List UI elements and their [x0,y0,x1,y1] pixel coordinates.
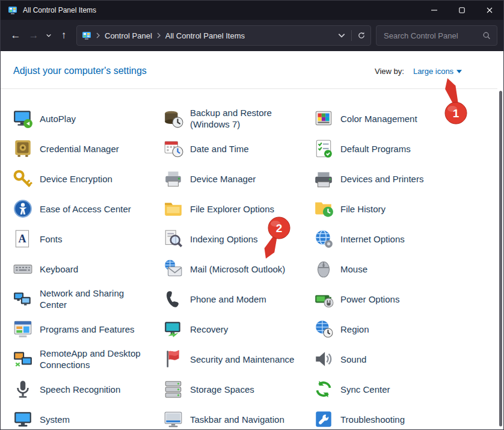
control-panel-item-mouse[interactable]: Mouse [313,254,464,284]
chevron-down-icon [337,31,346,40]
mouse-icon [313,259,334,279]
control-panel-item-troubleshoot[interactable]: Troubleshooting [313,404,464,430]
minimize-icon [431,7,437,13]
control-panel-item-phone[interactable]: Phone and Modem [163,284,313,314]
control-panel-item-system[interactable]: System [13,404,163,430]
control-panel-item-fonts[interactable]: A Fonts [13,224,163,254]
control-panel-item-network[interactable]: Network and Sharing Center [13,284,163,314]
control-panel-item-ease[interactable]: Ease of Access Center [13,194,163,224]
indexing-icon [163,229,183,249]
breadcrumb-item-control-panel[interactable]: Control Panel [105,31,152,40]
item-label: Mouse [340,263,367,275]
title-bar: All Control Panel Items [1,1,503,20]
control-panel-item-sync[interactable]: Sync Center [313,374,464,404]
divider [351,30,352,41]
control-panel-item-programs[interactable]: Programs and Features [13,314,163,344]
dropdown-triangle-icon [456,70,462,73]
control-panel-item-recovery[interactable]: Recovery [163,314,313,344]
control-panel-item-encryption[interactable]: Device Encryption [13,164,163,194]
control-panel-item-printers[interactable]: Devices and Printers [313,164,464,194]
item-label: Date and Time [190,143,249,155]
recovery-icon [163,319,183,339]
control-panel-item-defaultprograms[interactable]: Default Programs [313,134,464,164]
item-label: Region [340,324,369,335]
sound-icon [313,349,334,369]
vertical-scrollbar[interactable] [499,91,502,426]
item-label: Credential Manager [40,143,119,155]
item-label: Programs and Features [40,324,135,335]
search-icon [482,31,491,40]
encryption-icon [13,168,33,189]
view-by-label: View by: [375,67,404,76]
printers-icon [313,168,334,189]
close-button[interactable] [476,1,503,20]
control-panel-item-filehistory[interactable]: File History [313,194,464,224]
search-box[interactable] [376,25,497,46]
control-panel-item-devicemanager[interactable]: Device Manager [163,164,313,194]
color-icon [313,108,334,129]
recent-locations-button[interactable] [43,26,55,45]
item-label: Color Management [340,113,417,124]
item-label: Power Options [340,293,399,305]
datetime-icon [163,138,183,159]
control-panel-item-region[interactable]: Region [313,314,464,344]
control-panel-item-speech[interactable]: Speech Recognition [13,374,163,404]
view-by-dropdown[interactable]: Large icons [413,67,462,76]
control-panel-item-security[interactable]: Security and Maintenance [163,344,313,374]
system-icon [13,409,33,429]
back-button[interactable]: ← [7,26,25,45]
navigation-bar: ← → ↑ Control Panel All Control Panel It… [1,20,503,51]
sync-icon [313,379,334,399]
breadcrumb[interactable]: Control Panel All Control Panel Items [76,25,371,46]
control-panel-item-explorer[interactable]: File Explorer Options [163,194,313,224]
control-panel-item-sound[interactable]: Sound [313,344,464,374]
internet-icon [313,229,334,249]
view-by-value: Large icons [413,67,453,76]
item-label: Phone and Modem [190,293,266,305]
item-label: System [40,414,70,425]
item-label: Device Manager [190,173,256,185]
explorer-icon [163,198,183,219]
control-panel-item-backup[interactable]: Backup and Restore (Windows 7) [163,103,313,134]
search-input[interactable] [383,31,482,41]
control-panel-item-keyboard[interactable]: Keyboard [13,254,163,284]
item-label: Network and Sharing Center [40,287,149,310]
control-panel-item-datetime[interactable]: Date and Time [163,134,313,164]
taskbar-icon [163,409,183,429]
control-panel-item-remoteapp[interactable]: RemoteApp and Desktop Connections [13,344,163,374]
control-panel-item-color[interactable]: Color Management [313,103,464,134]
control-panel-window: All Control Panel Items ← → ↑ Control Pa… [0,0,504,430]
security-icon [163,349,183,369]
item-label: Storage Spaces [190,384,254,395]
item-label: Devices and Printers [340,173,423,185]
maximize-button[interactable] [448,1,476,20]
control-panel-item-autoplay[interactable]: AutoPlay [13,103,163,134]
fonts-icon: A [13,229,33,249]
forward-button[interactable]: → [25,26,43,45]
refresh-button[interactable] [357,31,366,40]
content-area: Adjust your computer's settings View by:… [1,51,503,429]
storage-icon [163,379,183,399]
close-icon [487,7,493,13]
control-panel-item-credential[interactable]: Credential Manager [13,134,163,164]
ease-icon [13,198,33,219]
item-label: Device Encryption [40,173,112,185]
power-icon [313,289,334,309]
control-panel-app-icon [8,5,17,15]
control-panel-item-storage[interactable]: Storage Spaces [163,374,313,404]
speech-icon [13,379,33,399]
forward-icon: → [29,29,39,41]
minimize-button[interactable] [420,1,448,20]
up-button[interactable]: ↑ [55,26,73,45]
control-panel-item-taskbar[interactable]: Taskbar and Navigation [163,404,313,430]
item-label: Troubleshooting [340,414,405,425]
phone-icon [163,289,183,309]
breadcrumb-separator-icon [96,32,100,39]
address-dropdown-button[interactable] [337,31,346,40]
breadcrumb-item-all-items[interactable]: All Control Panel Items [165,31,245,40]
control-panel-item-power[interactable]: Power Options [313,284,464,314]
control-panel-item-mail[interactable]: Mail (Microsoft Outlook) [163,254,313,284]
control-panel-item-indexing[interactable]: Indexing Options [163,224,313,254]
control-panel-item-internet[interactable]: Internet Options [313,224,464,254]
refresh-icon [357,31,366,40]
